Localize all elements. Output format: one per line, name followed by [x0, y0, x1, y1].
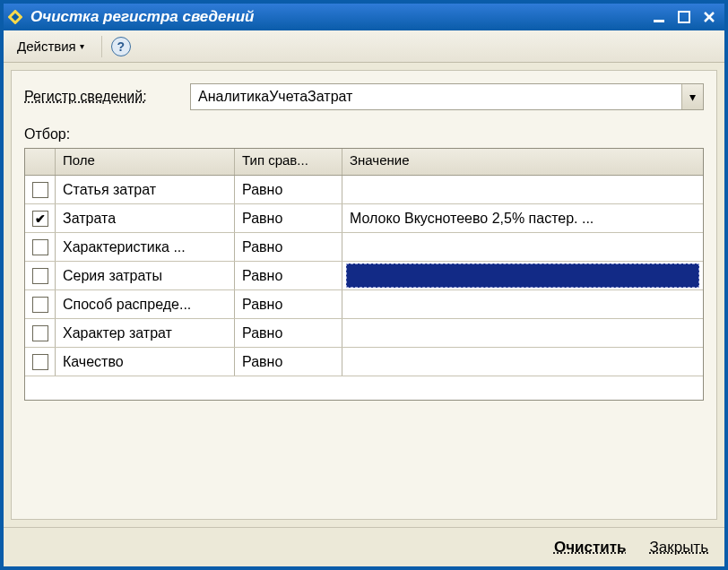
window-title: Очистка регистра сведений [30, 8, 649, 26]
row-check-cell [25, 176, 56, 203]
row-check-cell [25, 233, 56, 261]
table-row[interactable]: КачествоРавно [25, 348, 703, 376]
row-check-cell [25, 319, 56, 347]
row-value[interactable] [342, 319, 703, 347]
row-checkbox[interactable] [32, 182, 48, 198]
grid-header: Поле Тип срав... Значение [25, 149, 703, 176]
header-value[interactable]: Значение [342, 149, 703, 175]
row-value[interactable] [342, 262, 703, 289]
table-row[interactable]: Характеристика ...Равно [25, 233, 703, 262]
window: Очистка регистра сведений Действия ▾ ? [0, 0, 728, 570]
toolbar-separator [101, 36, 102, 57]
header-field[interactable]: Поле [56, 149, 235, 175]
row-check-cell [25, 204, 56, 232]
clear-button[interactable]: Очистить [554, 539, 627, 557]
row-compare[interactable]: Равно [235, 176, 342, 203]
header-check [25, 149, 56, 175]
row-compare[interactable]: Равно [235, 233, 342, 261]
row-field[interactable]: Качество [56, 348, 235, 376]
table-row[interactable]: Способ распреде...Равно [25, 290, 703, 319]
row-checkbox[interactable] [32, 325, 48, 341]
row-checkbox[interactable] [32, 354, 48, 370]
row-check-cell [25, 290, 56, 318]
table-row[interactable]: Характер затратРавно [25, 319, 703, 348]
app-icon [7, 9, 23, 25]
toolbar: Действия ▾ ? [4, 30, 724, 63]
row-value[interactable] [342, 176, 703, 203]
actions-menu-label: Действия [17, 39, 76, 54]
row-checkbox[interactable] [32, 268, 48, 284]
header-compare[interactable]: Тип срав... [235, 149, 342, 175]
chevron-down-icon: ▾ [80, 41, 84, 51]
chevron-down-icon: ▾ [689, 90, 696, 104]
grid-body: Статья затратРавноЗатратаРавноМолоко Вку… [25, 176, 703, 400]
filter-label: Отбор: [24, 126, 704, 142]
row-value[interactable] [342, 233, 703, 261]
row-value[interactable] [342, 290, 703, 318]
row-field[interactable]: Характеристика ... [56, 233, 235, 261]
register-row: Регистр сведений: АналитикаУчетаЗатрат ▾ [24, 83, 704, 110]
row-compare[interactable]: Равно [235, 204, 342, 232]
row-value[interactable] [342, 348, 703, 376]
close-button[interactable] [699, 8, 719, 26]
maximize-button[interactable] [674, 8, 694, 26]
minimize-button[interactable] [649, 8, 669, 26]
row-field[interactable]: Серия затраты [56, 262, 235, 289]
row-checkbox[interactable] [32, 239, 48, 255]
row-check-cell [25, 348, 56, 376]
row-checkbox[interactable] [32, 297, 48, 313]
filter-grid: Поле Тип срав... Значение Статья затратР… [24, 148, 704, 401]
close-action[interactable]: Закрыть [650, 539, 708, 557]
footer: Очистить Закрыть [4, 527, 724, 566]
register-label: Регистр сведений: [24, 89, 190, 105]
row-field[interactable]: Затрата [56, 204, 235, 232]
selection-highlight [346, 263, 699, 288]
titlebar: Очистка регистра сведений [4, 4, 724, 30]
row-checkbox[interactable] [32, 211, 48, 227]
row-compare[interactable]: Равно [235, 319, 342, 347]
row-field[interactable]: Способ распреде... [56, 290, 235, 318]
row-field[interactable]: Статья затрат [56, 176, 235, 203]
svg-rect-3 [679, 12, 689, 22]
row-check-cell [25, 262, 56, 289]
svg-rect-2 [654, 20, 664, 22]
help-button[interactable]: ? [111, 37, 131, 56]
window-buttons [649, 8, 719, 26]
row-compare[interactable]: Равно [235, 348, 342, 376]
row-compare[interactable]: Равно [235, 262, 342, 289]
row-value[interactable]: Молоко Вкуснотеево 2,5% пастер. ... [342, 204, 703, 232]
client-area: Регистр сведений: АналитикаУчетаЗатрат ▾… [11, 70, 717, 520]
actions-menu-button[interactable]: Действия ▾ [9, 35, 92, 57]
row-compare[interactable]: Равно [235, 290, 342, 318]
register-dropdown-button[interactable]: ▾ [681, 84, 703, 109]
register-select[interactable]: АналитикаУчетаЗатрат ▾ [190, 83, 704, 110]
register-value: АналитикаУчетаЗатрат [191, 89, 681, 105]
table-row[interactable]: Статья затратРавно [25, 176, 703, 204]
table-row[interactable]: Серия затратыРавно [25, 262, 703, 290]
row-field[interactable]: Характер затрат [56, 319, 235, 347]
table-row[interactable]: ЗатратаРавноМолоко Вкуснотеево 2,5% паст… [25, 204, 703, 233]
